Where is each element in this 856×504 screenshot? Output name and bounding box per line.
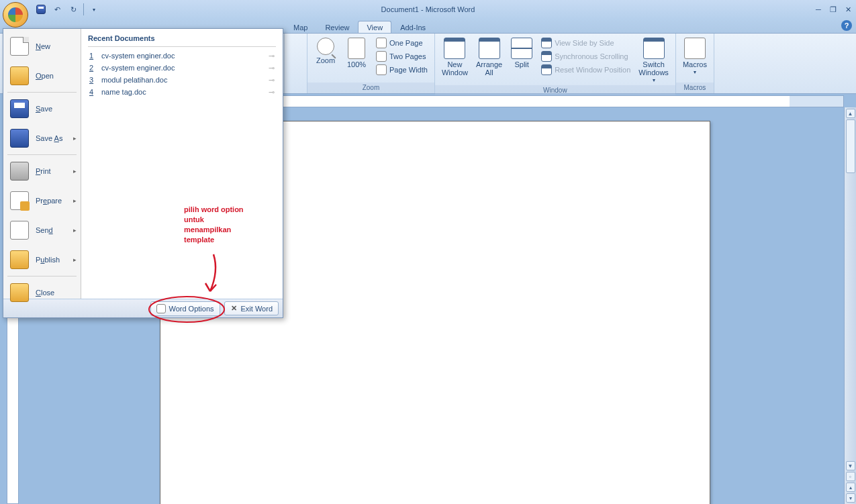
office-menu: New Open Save Save As▸ Print▸ Prepare▸ S…: [3, 28, 283, 318]
reset-window-pos-button[interactable]: Reset Window Position: [538, 63, 633, 77]
window-controls: ─ ❐ ✕: [813, 5, 853, 14]
pin-icon[interactable]: ⊸: [269, 64, 275, 72]
scrollbar-thumb[interactable]: [846, 119, 855, 173]
prev-page-icon[interactable]: ▴: [846, 483, 855, 492]
quick-access-toolbar: ↶ ↻ ▾: [34, 2, 101, 17]
recent-documents-panel: Recent Documents 1cv-system enginer.doc⊸…: [81, 29, 283, 299]
chevron-down-icon: ▾: [653, 78, 655, 84]
pin-icon[interactable]: ⊸: [269, 52, 275, 60]
recent-doc-item[interactable]: 4name tag.doc⊸: [88, 86, 276, 98]
arrange-all-button[interactable]: Arrange All: [473, 36, 505, 78]
split-button[interactable]: Split: [508, 36, 536, 70]
menu-prepare[interactable]: Prepare▸: [3, 186, 81, 215]
menu-send[interactable]: Send▸: [3, 215, 81, 245]
macros-button[interactable]: Macros▾: [680, 36, 710, 77]
group-zoom-label: Zoom: [307, 83, 434, 93]
restore-button[interactable]: ❐: [828, 5, 839, 14]
recent-doc-item[interactable]: 2cv-system enginer.doc⊸: [88, 62, 276, 74]
qat-separator: [83, 3, 84, 15]
annotation-circle-icon: [146, 294, 227, 325]
menu-save-as[interactable]: Save As▸: [3, 123, 81, 153]
next-page-icon[interactable]: ▾: [846, 493, 855, 503]
sync-scrolling-button[interactable]: Synchronous Scrolling: [538, 50, 633, 63]
zoom-button[interactable]: Zoom: [312, 36, 340, 66]
minimize-button[interactable]: ─: [813, 5, 824, 14]
tab-view[interactable]: View: [358, 21, 391, 33]
zoom-100-button[interactable]: 100%: [342, 36, 371, 70]
scroll-up-icon[interactable]: ▲: [846, 109, 855, 118]
tab-addins[interactable]: Add-Ins: [391, 21, 434, 33]
qat-undo-icon[interactable]: ↶: [50, 2, 64, 17]
chevron-right-icon: ▸: [73, 197, 77, 204]
tab-map[interactable]: Map: [285, 21, 316, 33]
close-button[interactable]: ✕: [843, 5, 853, 14]
group-macros: Macros▾ Macros: [676, 34, 714, 93]
chevron-right-icon: ▸: [73, 256, 77, 263]
svg-point-0: [149, 297, 224, 322]
annotation-text: pilih word option untuk menampilkan temp…: [183, 203, 248, 246]
qat-save-icon[interactable]: [34, 2, 48, 17]
title-bar: ↶ ↻ ▾ Document1 - Microsoft Word ─ ❐ ✕: [0, 0, 856, 19]
pin-icon[interactable]: ⊸: [269, 88, 275, 97]
menu-new[interactable]: New: [3, 32, 81, 61]
group-window: New Window Arrange All Split View Side b…: [435, 34, 676, 93]
exit-word-button[interactable]: ✕Exit Word: [224, 301, 279, 315]
one-page-button[interactable]: One Page: [373, 36, 430, 50]
view-side-by-side-button[interactable]: View Side by Side: [538, 36, 633, 50]
group-zoom: Zoom 100% One Page Two Pages Page Width …: [307, 34, 435, 93]
recent-doc-item[interactable]: 1cv-system enginer.doc⊸: [88, 50, 276, 62]
window-title: Document1 - Microsoft Word: [381, 5, 475, 13]
zoom-100-label: 100%: [347, 60, 366, 68]
page-width-button[interactable]: Page Width: [373, 63, 430, 77]
two-pages-button[interactable]: Two Pages: [373, 50, 430, 63]
pin-icon[interactable]: ⊸: [269, 76, 275, 85]
group-window-label: Window: [435, 85, 675, 96]
group-macros-label: Macros: [676, 83, 714, 93]
new-window-button[interactable]: New Window: [439, 36, 471, 78]
switch-windows-button[interactable]: Switch Windows▾: [636, 36, 671, 85]
menu-save[interactable]: Save: [3, 94, 81, 123]
office-button[interactable]: [3, 2, 28, 28]
zoom-label: Zoom: [316, 56, 335, 64]
scroll-down-icon[interactable]: ▼: [846, 461, 855, 470]
menu-print[interactable]: Print▸: [3, 156, 81, 186]
chevron-right-icon: ▸: [73, 168, 77, 174]
chevron-right-icon: ▸: [73, 135, 77, 142]
select-browse-object-icon[interactable]: ◦: [846, 472, 855, 481]
chevron-down-icon: ▾: [694, 70, 696, 76]
office-menu-left: New Open Save Save As▸ Print▸ Prepare▸ S…: [3, 29, 81, 299]
help-icon[interactable]: ?: [841, 20, 852, 31]
vertical-scrollbar[interactable]: ▲ ▼ ◦ ▴ ▾: [844, 107, 856, 504]
recent-doc-item[interactable]: 3modul pelatihan.doc⊸: [88, 74, 276, 86]
menu-close[interactable]: Close: [3, 278, 81, 307]
qat-redo-icon[interactable]: ↻: [66, 2, 81, 17]
recent-documents-header: Recent Documents: [88, 34, 276, 47]
menu-open[interactable]: Open: [3, 61, 81, 91]
tab-review[interactable]: Review: [316, 21, 358, 33]
chevron-right-icon: ▸: [73, 227, 77, 234]
menu-publish[interactable]: Publish▸: [3, 245, 81, 274]
qat-customize-icon[interactable]: ▾: [87, 2, 101, 17]
